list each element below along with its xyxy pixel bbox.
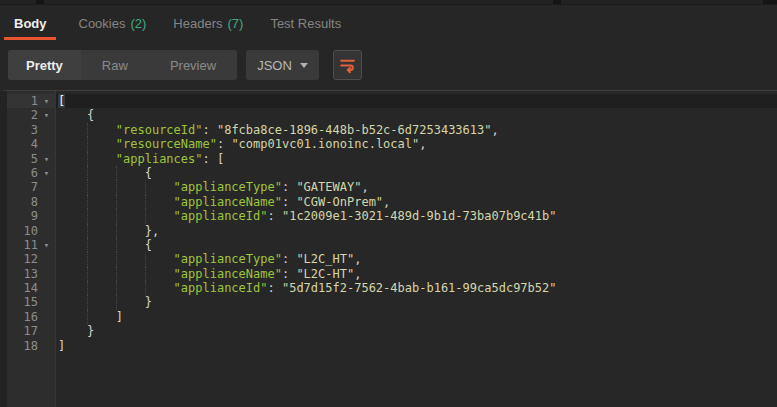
indent-space xyxy=(58,310,87,324)
code-line[interactable]: "applianceName": "CGW-OnPrem", xyxy=(56,195,777,209)
fold-arrow-icon[interactable]: ▾ xyxy=(38,152,55,166)
code-row: 17} xyxy=(7,324,777,338)
code-row: 7"applianceType": "GATEWAY", xyxy=(7,180,777,194)
indent-space xyxy=(58,295,87,309)
json-string-value: "5d7d15f2-7562-4bab-b161-99ca5dc97b52" xyxy=(282,281,557,295)
line-number: 14 xyxy=(7,281,38,295)
json-string-value: "L2C-HT" xyxy=(296,267,354,281)
gutter-cell: 10 xyxy=(7,224,56,238)
code-line[interactable]: "applianceType": "L2C_HT", xyxy=(56,252,777,266)
json-punctuation: : xyxy=(202,123,216,137)
indent-space xyxy=(58,108,87,122)
gutter-cell: 9 xyxy=(7,209,56,223)
json-punctuation: ] xyxy=(116,310,123,324)
code-line[interactable]: { xyxy=(56,238,777,252)
indent-guide xyxy=(145,209,174,223)
code-row: 8"applianceName": "CGW-OnPrem", xyxy=(7,195,777,209)
gutter-cell: 11▾ xyxy=(7,238,56,252)
code-line[interactable]: "resourceId": "8fcba8ce-1896-448b-b52c-6… xyxy=(56,123,777,137)
json-string-value: "CGW-OnPrem" xyxy=(296,195,383,209)
language-dropdown-value: JSON xyxy=(257,58,292,73)
code-line[interactable]: }, xyxy=(56,224,777,238)
code-line[interactable]: "applianceId": "1c2009e1-3021-489d-9b1d-… xyxy=(56,209,777,223)
json-editor[interactable]: 1▾[2▾{3"resourceId": "8fcba8ce-1896-448b… xyxy=(0,90,777,407)
indent-space xyxy=(58,180,87,194)
code-line[interactable]: "applianceId": "5d7d15f2-7562-4bab-b161-… xyxy=(56,281,777,295)
indent-guide xyxy=(116,166,145,180)
tab-label: Headers xyxy=(173,16,222,31)
indent-guide xyxy=(116,224,145,238)
code-line[interactable]: "appliances": [ xyxy=(56,152,777,166)
json-key: "applianceId" xyxy=(174,281,268,295)
fold-arrow-icon[interactable]: ▾ xyxy=(38,166,55,180)
code-line[interactable]: [ xyxy=(56,94,777,108)
tab-label: Test Results xyxy=(270,16,341,31)
language-dropdown[interactable]: JSON xyxy=(246,50,319,80)
code-line[interactable]: ] xyxy=(56,310,777,324)
indent-guide xyxy=(145,180,174,194)
indent-guide xyxy=(87,238,116,252)
fold-spacer xyxy=(38,281,55,295)
indent-guide xyxy=(87,123,116,137)
raw-button[interactable]: Raw xyxy=(81,50,149,80)
code-line[interactable]: } xyxy=(56,295,777,309)
indent-guide xyxy=(87,281,116,295)
json-punctuation: { xyxy=(145,238,152,252)
code-row: 5▾"appliances": [ xyxy=(7,152,777,166)
fold-spacer xyxy=(38,324,55,338)
tab-label: Cookies xyxy=(79,16,126,31)
code-row: 18] xyxy=(7,339,777,353)
pretty-button[interactable]: Pretty xyxy=(8,50,81,80)
code-row: 14"applianceId": "5d7d15f2-7562-4bab-b16… xyxy=(7,281,777,295)
code-row: 12"applianceType": "L2C_HT", xyxy=(7,252,777,266)
code-line[interactable]: "applianceType": "GATEWAY", xyxy=(56,180,777,194)
fold-spacer xyxy=(38,137,55,151)
fold-arrow-icon[interactable]: ▾ xyxy=(38,94,55,108)
gutter-cell: 18 xyxy=(7,339,56,353)
fold-spacer xyxy=(38,267,55,281)
fold-spacer xyxy=(38,252,55,266)
line-number: 17 xyxy=(7,324,38,338)
indent-space xyxy=(58,195,87,209)
code-line[interactable]: } xyxy=(56,324,777,338)
preview-button[interactable]: Preview xyxy=(149,50,237,80)
fold-spacer xyxy=(38,310,55,324)
code-row: 1▾[ xyxy=(7,94,777,108)
tab-headers[interactable]: Headers(7) xyxy=(173,6,243,40)
tab-count: (7) xyxy=(228,16,244,31)
json-punctuation: } xyxy=(87,324,94,338)
fold-arrow-icon[interactable]: ▾ xyxy=(38,108,55,122)
tab-cookies[interactable]: Cookies(2) xyxy=(79,6,147,40)
fold-arrow-icon[interactable]: ▾ xyxy=(38,238,55,252)
code-line[interactable]: { xyxy=(56,108,777,122)
json-punctuation: }, xyxy=(145,224,159,238)
json-punctuation: : xyxy=(267,281,281,295)
indent-guide xyxy=(116,180,145,194)
gutter-cell: 17 xyxy=(7,324,56,338)
gutter-cell: 16 xyxy=(7,310,56,324)
json-punctuation: { xyxy=(87,108,94,122)
gutter-cell: 5▾ xyxy=(7,152,56,166)
wrap-button[interactable] xyxy=(333,50,362,80)
code-line[interactable]: "applianceName": "L2C-HT", xyxy=(56,267,777,281)
tab-body[interactable]: Body xyxy=(14,6,52,40)
tab-test-results[interactable]: Test Results xyxy=(270,6,346,40)
line-number: 9 xyxy=(7,209,38,223)
gutter-cell: 14 xyxy=(7,281,56,295)
code-line[interactable]: "resourceName": "comp01vc01.ionoinc.loca… xyxy=(56,137,777,151)
indent-guide xyxy=(116,252,145,266)
indent-guide xyxy=(87,310,116,324)
tab-count: (2) xyxy=(130,16,146,31)
code-line[interactable]: { xyxy=(56,166,777,180)
gutter-cell: 4 xyxy=(7,137,56,151)
response-panel: Body Cookies(2) Headers(7) Test Results … xyxy=(0,0,777,407)
fold-spacer xyxy=(38,209,55,223)
code-line[interactable]: ] xyxy=(56,339,777,353)
indent-guide xyxy=(145,252,174,266)
indent-guide xyxy=(87,195,116,209)
gutter-cell: 15 xyxy=(7,295,56,309)
line-number: 16 xyxy=(7,310,38,324)
indent-guide xyxy=(116,195,145,209)
indent-space xyxy=(58,324,87,338)
json-punctuation: , xyxy=(383,195,390,209)
